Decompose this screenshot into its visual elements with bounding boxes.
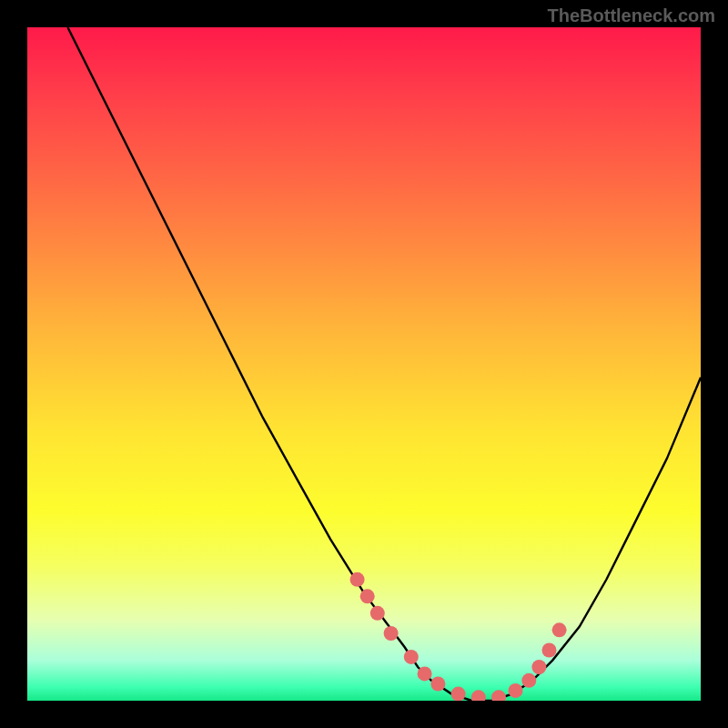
marker-point [509, 683, 523, 698]
marker-point [360, 589, 375, 603]
marker-point [552, 622, 567, 637]
watermark-text: TheBottleneck.com [548, 5, 715, 26]
marker-point [370, 606, 385, 621]
marker-point [451, 687, 466, 701]
marker-point [491, 690, 506, 701]
plot-area [27, 27, 701, 701]
bottleneck-curve [67, 27, 701, 701]
marker-point [404, 650, 419, 664]
marker-point [471, 690, 486, 701]
marker-point [521, 673, 536, 688]
chart-svg [27, 27, 701, 701]
marker-point [384, 626, 399, 641]
marker-point [430, 677, 445, 692]
marker-point [531, 660, 546, 674]
highlight-markers [350, 572, 567, 701]
marker-point [418, 666, 432, 681]
marker-point [350, 572, 365, 587]
marker-point [542, 643, 557, 658]
